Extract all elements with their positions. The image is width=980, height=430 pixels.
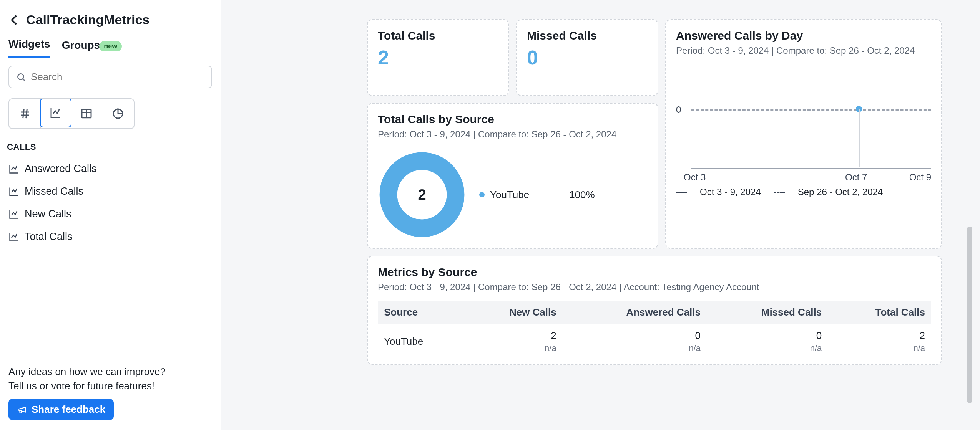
section-label-calls: CALLS <box>0 129 221 155</box>
sidebar: CallTrackingMetrics Widgets Groups new <box>0 0 221 430</box>
dashboard-canvas: Total Calls 2 Missed Calls 0 Answered Ca… <box>221 0 980 430</box>
tab-widgets[interactable]: Widgets <box>8 38 50 58</box>
legend-compare: Sep 26 - Oct 2, 2024 <box>798 187 883 197</box>
legend-dot-icon <box>479 192 485 197</box>
metrics-table: Source New Calls Answered Calls Missed C… <box>378 301 931 355</box>
legend-label: YouTube <box>490 189 529 201</box>
hash-icon <box>19 108 31 120</box>
tab-groups[interactable]: Groups <box>62 39 100 57</box>
x-tick: Oct 9 <box>909 172 931 183</box>
metric-item-answered-calls[interactable]: Answered Calls <box>8 157 212 180</box>
card-title: Total Calls by Source <box>378 113 648 126</box>
cell-missed: 0n/a <box>707 324 828 355</box>
card-title: Answered Calls by Day <box>676 29 931 42</box>
svg-line-1 <box>23 79 25 81</box>
metric-label: Total Calls <box>25 231 73 243</box>
metric-label: Answered Calls <box>25 163 97 175</box>
search-box[interactable] <box>8 66 212 88</box>
sidebar-title: CallTrackingMetrics <box>26 12 149 27</box>
legend-solid-line-icon <box>676 192 687 193</box>
cell-answered: 0n/a <box>563 324 707 355</box>
svg-line-4 <box>23 109 24 118</box>
card-total-calls[interactable]: Total Calls 2 <box>367 19 509 96</box>
line-chart-icon <box>8 186 19 197</box>
card-title: Missed Calls <box>527 29 648 42</box>
table-icon <box>80 108 93 120</box>
line-chart-icon <box>8 209 19 220</box>
chart-baseline <box>691 109 931 111</box>
chart-gridline <box>859 109 860 167</box>
card-total-calls-by-source[interactable]: Total Calls by Source Period: Oct 3 - 9,… <box>367 103 658 249</box>
card-subtitle: Period: Oct 3 - 9, 2024 | Compare to: Se… <box>378 129 648 140</box>
back-button[interactable] <box>11 15 20 25</box>
search-icon <box>16 72 26 82</box>
share-feedback-button[interactable]: Share feedback <box>8 399 114 420</box>
new-badge: new <box>99 41 122 51</box>
type-pie-button[interactable] <box>102 99 134 128</box>
card-value: 0 <box>527 46 648 69</box>
metric-item-total-calls[interactable]: Total Calls <box>8 225 212 248</box>
search-input[interactable] <box>31 71 204 83</box>
card-title: Total Calls <box>378 29 498 42</box>
legend-period: Oct 3 - 9, 2024 <box>700 187 761 197</box>
type-number-button[interactable] <box>9 99 41 128</box>
table-row[interactable]: YouTube 2n/a 0n/a 0n/a 2n/a <box>378 324 931 355</box>
card-missed-calls[interactable]: Missed Calls 0 <box>516 19 658 96</box>
metric-label: New Calls <box>25 208 71 220</box>
donut-legend: YouTube 100% <box>479 189 595 201</box>
svg-point-0 <box>18 74 23 79</box>
vertical-scrollbar[interactable] <box>967 19 972 418</box>
card-subtitle: Period: Oct 3 - 9, 2024 | Compare to: Se… <box>378 282 931 293</box>
metric-item-missed-calls[interactable]: Missed Calls <box>8 180 212 203</box>
line-chart-icon <box>8 164 19 174</box>
widget-type-toggle <box>8 98 135 129</box>
cell-new-calls: 2n/a <box>463 324 563 355</box>
footer-text-2: Tell us or vote for future features! <box>8 379 212 394</box>
card-metrics-by-source[interactable]: Metrics by Source Period: Oct 3 - 9, 202… <box>367 256 942 365</box>
x-tick: Oct 3 <box>684 172 706 183</box>
card-value: 2 <box>378 46 498 69</box>
type-table-button[interactable] <box>71 99 102 128</box>
x-axis <box>691 168 931 169</box>
line-chart-icon <box>50 107 62 119</box>
donut-center-value: 2 <box>378 150 466 239</box>
th-missed-calls[interactable]: Missed Calls <box>707 301 828 324</box>
type-line-button[interactable] <box>40 98 71 127</box>
line-chart-icon <box>8 232 19 242</box>
table-header-row: Source New Calls Answered Calls Missed C… <box>378 301 931 324</box>
cell-source: YouTube <box>378 324 463 355</box>
th-new-calls[interactable]: New Calls <box>463 301 563 324</box>
x-tick: Oct 7 <box>845 172 867 183</box>
footer-text-1: Any ideas on how we can improve? <box>8 365 212 379</box>
th-answered-calls[interactable]: Answered Calls <box>563 301 707 324</box>
metric-item-new-calls[interactable]: New Calls <box>8 203 212 225</box>
card-subtitle: Period: Oct 3 - 9, 2024 | Compare to: Se… <box>676 45 931 56</box>
feedback-button-label: Share feedback <box>32 404 105 415</box>
scrollbar-thumb[interactable] <box>967 227 972 403</box>
metric-label: Missed Calls <box>25 185 83 197</box>
svg-line-5 <box>26 109 27 118</box>
pie-chart-icon <box>112 108 124 120</box>
chart-legend: Oct 3 - 9, 2024 Sep 26 - Oct 2, 2024 <box>676 187 931 197</box>
card-answered-by-day[interactable]: Answered Calls by Day Period: Oct 3 - 9,… <box>665 19 942 249</box>
th-total-calls[interactable]: Total Calls <box>828 301 931 324</box>
donut-chart: 2 <box>378 150 466 239</box>
card-title: Metrics by Source <box>378 266 931 279</box>
y-axis-tick: 0 <box>676 104 681 115</box>
line-chart: 0 Oct 3 Oct 7 Oct 9 <box>676 68 931 183</box>
legend-dashed-line-icon <box>774 192 785 193</box>
th-source[interactable]: Source <box>378 301 463 324</box>
megaphone-icon <box>17 405 27 415</box>
legend-percent: 100% <box>569 189 595 201</box>
cell-total: 2n/a <box>828 324 931 355</box>
